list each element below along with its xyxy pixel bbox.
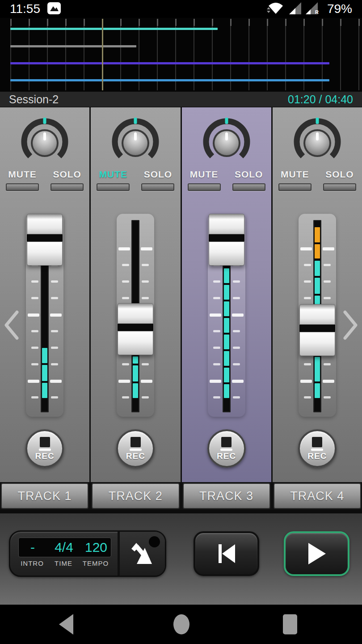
- fader-scale-tick: [51, 347, 58, 349]
- fader-track: [299, 214, 336, 417]
- pan-knob[interactable]: [293, 116, 342, 166]
- level-meter-segment: [315, 244, 320, 258]
- timeline-ruler-tick: [194, 19, 195, 26]
- fader-scale-tick: [232, 380, 244, 383]
- record-underline: [39, 449, 51, 451]
- record-button[interactable]: REC: [207, 429, 246, 468]
- mute-button[interactable]: [6, 183, 39, 191]
- intro-label: INTRO: [18, 559, 46, 567]
- fader-scale-tick: [122, 363, 129, 365]
- intro-value: -: [19, 540, 46, 555]
- mute-button[interactable]: [278, 183, 311, 191]
- fader-scale-tick: [324, 264, 331, 266]
- fader-scale-tick: [233, 347, 240, 349]
- track-label-2[interactable]: TRACK 2: [92, 483, 179, 509]
- tempo-group: - 4/4 120 INTRO TIME TEMPO: [9, 530, 166, 577]
- fader-handle[interactable]: [27, 214, 63, 266]
- channel-strip-4: MUTE SOLO: [273, 107, 362, 482]
- fader-scale-tick: [213, 280, 220, 283]
- mute-button[interactable]: [188, 183, 221, 191]
- fader-scale-tick: [141, 247, 152, 250]
- rewind-button[interactable]: [194, 531, 259, 576]
- fader-scale-tick: [304, 280, 311, 283]
- arrangement-timeline[interactable]: [0, 18, 362, 92]
- solo-button[interactable]: [232, 183, 265, 191]
- fader-handle[interactable]: [299, 304, 335, 356]
- timeline-clip-track1: [10, 28, 218, 30]
- signal-sim1-icon: [289, 2, 301, 16]
- playback-time: 01:20 / 04:40: [288, 93, 353, 106]
- fader-scale-tick: [51, 280, 58, 283]
- fader-scale-tick: [51, 396, 58, 398]
- record-label: REC: [217, 451, 236, 461]
- fader-scale-tick: [323, 247, 334, 250]
- fader-scale-tick: [300, 247, 312, 250]
- record-button[interactable]: REC: [25, 429, 64, 468]
- time-label: TIME: [46, 559, 81, 567]
- fader-scale-tick: [51, 297, 58, 299]
- prev-tracks-chevron-icon[interactable]: [1, 309, 21, 341]
- track-label-4[interactable]: TRACK 4: [274, 483, 361, 509]
- level-meter-segment: [224, 318, 229, 333]
- fader-scale-tick: [122, 280, 129, 283]
- pan-knob[interactable]: [20, 116, 69, 166]
- nav-recents-icon[interactable]: [283, 614, 297, 635]
- solo-button[interactable]: [51, 183, 84, 191]
- next-tracks-chevron-icon[interactable]: [341, 309, 361, 341]
- record-label: REC: [126, 451, 145, 461]
- timeline-ruler-tick: [358, 19, 360, 26]
- timeline-ruler-tick: [230, 19, 232, 26]
- record-button[interactable]: REC: [298, 429, 337, 468]
- fader-scale-tick: [28, 380, 39, 383]
- mute-button[interactable]: [97, 183, 130, 191]
- record-underline: [220, 449, 232, 451]
- fader-scale-tick: [28, 314, 39, 317]
- fader-scale-tick: [118, 247, 130, 250]
- track-label-3[interactable]: TRACK 3: [183, 483, 270, 509]
- level-meter-segment: [224, 301, 229, 316]
- solo-button[interactable]: [323, 183, 356, 191]
- play-button[interactable]: [284, 531, 349, 576]
- fader-handle[interactable]: [209, 214, 244, 266]
- level-meter-segment: [42, 383, 47, 398]
- fader-scale-tick: [142, 264, 149, 266]
- fader-scale-tick: [210, 314, 221, 317]
- track-label-row: TRACK 1TRACK 2TRACK 3TRACK 4: [0, 482, 362, 510]
- solo-button[interactable]: [141, 183, 174, 191]
- track-label-1[interactable]: TRACK 1: [1, 483, 88, 509]
- pan-knob[interactable]: [111, 116, 160, 166]
- nav-back-icon[interactable]: [59, 614, 73, 635]
- fader-scale-tick: [210, 380, 221, 383]
- record-stop-icon: [130, 437, 141, 447]
- tempo-display[interactable]: - 4/4 120 INTRO TIME TEMPO: [10, 532, 118, 576]
- android-status-bar: 11:55 R 79%: [0, 0, 362, 18]
- metronome-button[interactable]: [118, 532, 165, 576]
- fader-scale-tick: [31, 396, 38, 398]
- transport-panel: - 4/4 120 INTRO TIME TEMPO: [0, 513, 362, 605]
- mute-label: MUTE: [99, 169, 128, 180]
- fader-scale-tick: [300, 380, 312, 383]
- fader-scale-tick: [122, 297, 129, 299]
- timeline-ruler-tick: [47, 19, 48, 26]
- nav-home-icon[interactable]: [173, 614, 189, 635]
- solo-label: SOLO: [53, 169, 81, 180]
- pan-knob[interactable]: [202, 116, 251, 166]
- fader-scale-tick: [118, 380, 130, 383]
- fader-track: [26, 214, 63, 417]
- battery-percent-text: 79%: [327, 2, 352, 16]
- level-meter-segment: [315, 278, 320, 294]
- tempo-value: 120: [81, 540, 111, 555]
- level-meter-segment: [224, 285, 229, 300]
- fader-scale-tick: [233, 396, 240, 398]
- fader-track: [208, 214, 245, 417]
- record-button[interactable]: REC: [116, 429, 155, 468]
- fader-handle[interactable]: [118, 303, 153, 355]
- playhead[interactable]: [102, 19, 103, 90]
- record-stop-icon: [312, 437, 322, 447]
- record-underline: [130, 449, 142, 451]
- fader-scale-tick: [323, 380, 334, 383]
- level-meter-segment: [224, 384, 229, 398]
- multitrack-recorder-app: 11:55 R 79% Session-2 01:20 / 04: [0, 0, 362, 644]
- fader-scale-tick: [233, 363, 240, 365]
- session-name: Session-2: [9, 93, 59, 106]
